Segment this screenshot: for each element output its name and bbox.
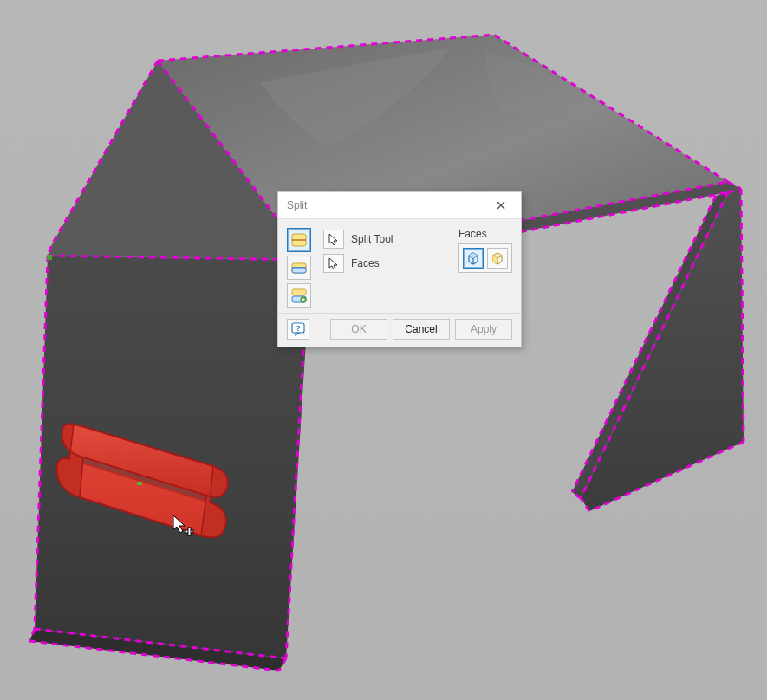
svg-marker-12 bbox=[329, 234, 337, 245]
svg-marker-19 bbox=[493, 256, 497, 264]
bracket-right-face[interactable] bbox=[581, 182, 744, 511]
split-solid-icon bbox=[290, 287, 308, 304]
help-prompt-icon: ? bbox=[291, 322, 305, 336]
split-tool-picker[interactable] bbox=[323, 230, 344, 249]
faces-select-button[interactable] bbox=[487, 248, 508, 269]
split-tool-label: Split Tool bbox=[351, 233, 393, 245]
apply-button[interactable]: Apply bbox=[455, 319, 512, 340]
svg-rect-8 bbox=[292, 268, 306, 273]
pointer-icon bbox=[328, 233, 340, 245]
faces-option-box bbox=[458, 243, 512, 273]
faces-group: Faces bbox=[458, 228, 512, 273]
faces-picker[interactable] bbox=[323, 254, 344, 273]
svg-marker-13 bbox=[329, 258, 337, 269]
trim-solid-icon bbox=[290, 259, 308, 276]
origin-marker bbox=[47, 255, 52, 260]
split-face-icon bbox=[290, 231, 308, 249]
mode-trim-solid-button[interactable] bbox=[287, 256, 311, 280]
viewport-3d[interactable] bbox=[0, 0, 767, 700]
selection-column: Split Tool Faces bbox=[323, 228, 393, 273]
pointer-icon bbox=[328, 257, 340, 269]
split-mode-column bbox=[287, 228, 311, 308]
split-tool-row: Split Tool bbox=[323, 230, 393, 249]
dialog-title: Split bbox=[287, 199, 486, 211]
faces-group-label: Faces bbox=[458, 228, 512, 240]
close-button[interactable] bbox=[486, 196, 516, 215]
cancel-button[interactable]: Cancel bbox=[393, 319, 450, 340]
svg-text:?: ? bbox=[296, 324, 301, 333]
cube-select-face-icon bbox=[490, 250, 505, 266]
dialog-footer: ? OK Cancel Apply bbox=[278, 313, 521, 347]
ok-button[interactable]: OK bbox=[330, 319, 387, 340]
close-icon bbox=[497, 201, 505, 210]
svg-marker-22 bbox=[296, 333, 299, 335]
faces-selector-label: Faces bbox=[351, 257, 380, 269]
cube-all-faces-icon bbox=[465, 250, 481, 266]
faces-all-button[interactable] bbox=[463, 248, 484, 269]
dialog-titlebar[interactable]: Split bbox=[278, 192, 521, 219]
svg-rect-0 bbox=[137, 482, 142, 485]
svg-rect-9 bbox=[292, 289, 306, 295]
split-dialog: Split bbox=[277, 191, 522, 347]
mode-split-solid-button[interactable] bbox=[287, 283, 311, 308]
svg-marker-16 bbox=[469, 253, 478, 258]
faces-row: Faces bbox=[323, 254, 393, 273]
help-button[interactable]: ? bbox=[287, 319, 309, 340]
mode-split-face-button[interactable] bbox=[287, 228, 311, 252]
